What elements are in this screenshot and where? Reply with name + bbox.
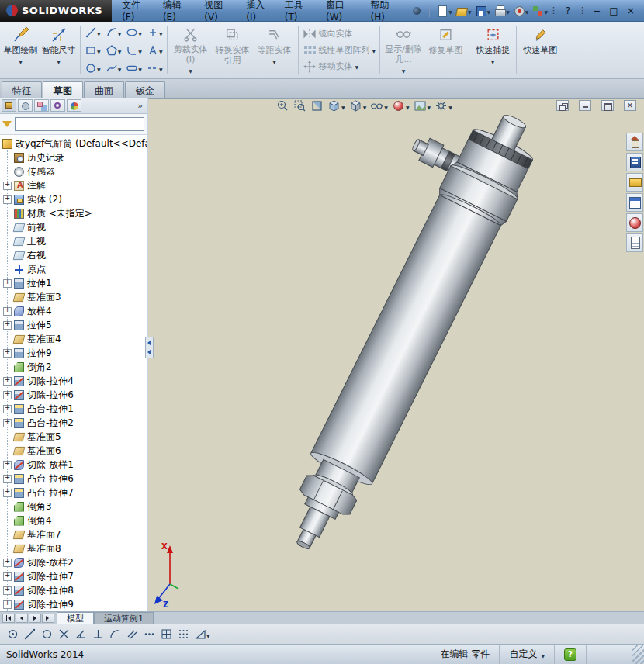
tree-item[interactable]: 基准面4 [0, 332, 147, 346]
section-view-button[interactable] [310, 99, 324, 112]
tree-expand-toggle[interactable] [3, 279, 12, 288]
edit-appearance-button[interactable] [392, 99, 410, 112]
tree-item[interactable]: 基准面6 [0, 444, 147, 458]
tree-expand-toggle[interactable] [3, 419, 12, 427]
panel-splitter-handle[interactable] [145, 337, 154, 358]
status-custom-dropdown[interactable]: 自定义 [499, 645, 554, 664]
tree-expand-toggle[interactable] [3, 586, 12, 595]
graphics-viewport[interactable]: × X Z [148, 98, 644, 611]
grid-snap-icon[interactable] [161, 628, 172, 640]
dropdown-arrow-icon[interactable] [19, 55, 23, 66]
custom-properties-icon[interactable] [626, 233, 643, 252]
appearances-icon[interactable] [626, 213, 643, 232]
tree-item[interactable]: 基准面3 [0, 290, 147, 304]
tree-filter-input[interactable] [15, 117, 144, 131]
maximize-button[interactable]: □ [605, 3, 622, 19]
document-restore-button[interactable] [556, 100, 569, 111]
motion-study-tab[interactable]: 运动算例1 [94, 612, 154, 624]
quick-tips-help-badge[interactable]: ? [564, 648, 576, 661]
offset-entities-button[interactable]: 等距实体 [254, 23, 296, 77]
design-library-icon[interactable] [626, 153, 643, 171]
tree-item[interactable]: 材质 <未指定> [0, 206, 147, 220]
tree-expand-toggle[interactable] [3, 475, 12, 483]
sketch-button[interactable]: 草图绘制 [2, 23, 40, 77]
tree-root-item[interactable]: 改yqzf气缸筒 (Default<<Defa [0, 137, 147, 150]
dropdown-arrow-icon[interactable] [189, 64, 192, 75]
zoom-fit-button[interactable] [276, 99, 289, 112]
tree-item[interactable]: 注解 [0, 178, 147, 192]
circle-snap-icon[interactable] [41, 628, 53, 640]
grid-dots-icon[interactable] [178, 628, 189, 640]
tree-expand-toggle[interactable] [3, 182, 12, 190]
tree-expand-toggle[interactable] [3, 349, 12, 358]
view-settings-button[interactable] [435, 99, 452, 112]
dropdown-arrow-icon[interactable] [448, 101, 452, 112]
dropdown-arrow-icon[interactable] [491, 55, 495, 66]
tree-item[interactable]: 基准面7 [0, 527, 147, 541]
tree-item[interactable]: 倒角3 [0, 500, 147, 514]
dropdown-arrow-icon[interactable] [372, 45, 376, 55]
dropdown-arrow-icon[interactable] [406, 101, 410, 112]
dropdown-arrow-icon[interactable] [206, 629, 210, 640]
tree-expand-toggle[interactable] [3, 321, 12, 330]
tree-item[interactable]: 上视 [0, 234, 147, 248]
move-entities-button[interactable]: 移动实体 [303, 60, 376, 74]
dropdown-arrow-icon[interactable] [487, 5, 491, 16]
dropdown-arrow-icon[interactable] [341, 101, 345, 112]
display-manager-tab-icon[interactable] [67, 99, 81, 112]
solidworks-resources-icon[interactable] [626, 133, 643, 151]
dropdown-arrow-icon[interactable] [138, 27, 142, 38]
rectangle-tool[interactable] [83, 42, 102, 59]
hole-wizard-button[interactable] [513, 5, 529, 17]
angle-snap-icon[interactable] [75, 628, 87, 640]
tree-item[interactable]: 传感器 [0, 164, 147, 178]
zoom-area-button[interactable] [293, 99, 306, 112]
tree-item[interactable]: 倒角2 [0, 360, 147, 374]
tab-sketch[interactable]: 草图 [43, 81, 83, 98]
file-explorer-icon[interactable] [626, 173, 643, 192]
dropdown-arrow-icon[interactable] [448, 5, 452, 16]
tree-expand-toggle[interactable] [3, 391, 12, 399]
dropdown-arrow-icon[interactable] [159, 27, 163, 38]
search-icon[interactable] [410, 5, 423, 17]
dropdown-arrow-icon[interactable] [525, 5, 529, 16]
tree-expand-toggle[interactable] [3, 307, 12, 316]
tree-expand-toggle[interactable] [3, 600, 12, 609]
tree-expand-toggle[interactable] [3, 195, 12, 204]
line-snap-icon[interactable] [24, 628, 36, 640]
tree-item[interactable]: 拉伸5 [0, 318, 147, 332]
tree-expand-toggle[interactable] [3, 572, 12, 581]
dropdown-arrow-icon[interactable] [468, 5, 472, 16]
save-button[interactable] [475, 5, 491, 17]
tree-item[interactable]: 原点 [0, 262, 147, 276]
tree-expand-toggle[interactable] [3, 405, 12, 413]
dropdown-arrow-icon[interactable] [384, 101, 388, 112]
tree-item[interactable]: 凸台-拉伸2 [0, 416, 147, 430]
slot-tool[interactable] [124, 60, 144, 77]
tree-item[interactable]: 切除-放样1 [0, 458, 147, 472]
toolbar-overflow-icon[interactable]: ⋮ [578, 5, 587, 16]
dropdown-arrow-icon[interactable] [138, 45, 142, 56]
mirror-entities-button[interactable]: 镜向实体 [303, 27, 376, 41]
tree-item[interactable]: 拉伸9 [0, 346, 147, 360]
tree-item[interactable]: 凸台-拉伸6 [0, 472, 147, 486]
dropdown-arrow-icon[interactable] [272, 55, 276, 66]
tab-surfaces[interactable]: 曲面 [84, 81, 124, 98]
centerline-tool[interactable] [145, 60, 164, 77]
arc-tool[interactable] [104, 24, 123, 41]
help-button[interactable]: ? [559, 3, 576, 19]
dropdown-arrow-icon[interactable] [428, 101, 431, 112]
feature-manager-tab-icon[interactable] [2, 99, 16, 112]
next-tab-button[interactable] [29, 614, 41, 623]
parallel-snap-icon[interactable] [126, 628, 138, 640]
model-tab[interactable]: 模型 [57, 612, 94, 624]
tree-item[interactable]: 基准面8 [0, 541, 147, 555]
tree-item[interactable]: 凸台-拉伸7 [0, 486, 147, 500]
print-button[interactable] [493, 5, 510, 17]
tree-item[interactable]: 右视 [0, 248, 147, 262]
intersection-snap-icon[interactable] [58, 628, 70, 640]
tree-item[interactable]: 凸台-拉伸1 [0, 402, 147, 416]
text-tool[interactable] [145, 42, 164, 59]
polygon-tool[interactable] [104, 42, 123, 59]
dropdown-arrow-icon[interactable] [402, 64, 406, 75]
